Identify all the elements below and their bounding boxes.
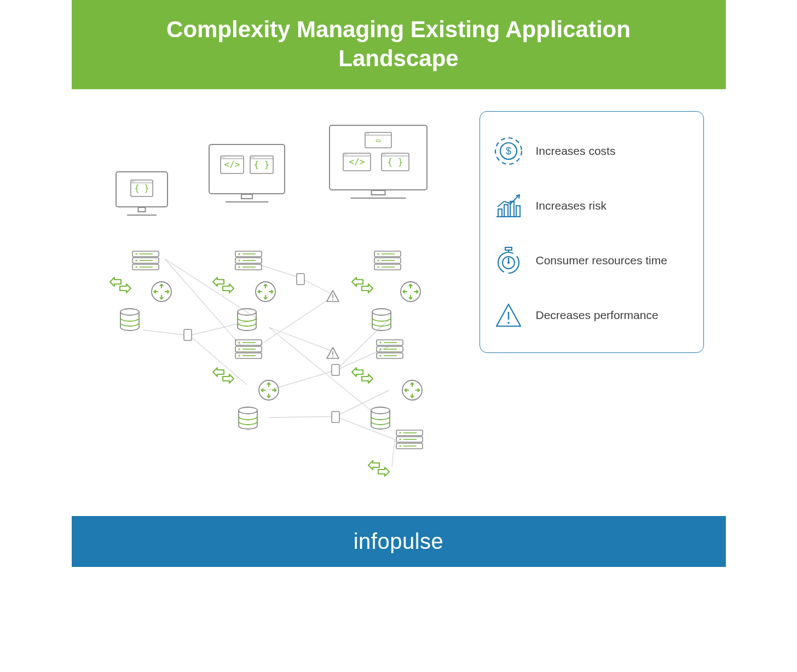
warning-triangle-icon	[326, 346, 340, 360]
svg-line-1	[165, 259, 241, 346]
hub-icon	[400, 281, 421, 303]
svg-rect-113	[332, 364, 339, 375]
svg-line-7	[258, 264, 301, 278]
svg-point-51	[383, 154, 384, 155]
svg-point-106	[379, 348, 381, 350]
svg-line-5	[269, 327, 334, 352]
hub-icon	[258, 379, 280, 401]
transfer-arrows-icon	[212, 275, 235, 295]
svg-point-117	[371, 407, 390, 414]
svg-point-126	[399, 445, 401, 447]
panel-item-risk: Increases risk	[493, 190, 690, 221]
svg-point-88	[372, 309, 391, 315]
document-icon	[183, 329, 192, 341]
svg-point-46	[344, 154, 345, 155]
server-icon	[376, 339, 403, 359]
panel-item-label: Increases costs	[536, 144, 616, 158]
svg-point-109	[379, 355, 381, 356]
svg-point-116	[239, 407, 257, 414]
transfer-arrows-icon	[351, 275, 374, 295]
monitor-icon: ▭ </> { }	[329, 125, 428, 204]
database-icon	[236, 308, 258, 331]
svg-line-14	[269, 416, 336, 418]
svg-point-42	[368, 134, 369, 135]
database-icon	[237, 407, 259, 430]
page-title: Complexity Managing Existing Application…	[72, 0, 726, 89]
hub-icon	[151, 281, 172, 303]
svg-point-52	[384, 154, 385, 155]
svg-point-75	[377, 253, 379, 254]
svg-rect-133	[504, 205, 508, 217]
panel-item-performance: Decreases performance	[493, 300, 690, 331]
hub-icon	[401, 379, 423, 401]
database-icon	[371, 308, 392, 331]
database-icon	[119, 308, 141, 331]
warning-icon	[493, 300, 524, 331]
server-icon	[396, 430, 423, 449]
svg-text:</>: </>	[349, 157, 365, 167]
svg-rect-90	[184, 329, 192, 340]
svg-text:$: $	[505, 146, 511, 157]
svg-point-69	[238, 259, 240, 261]
svg-point-41	[366, 134, 367, 135]
chart-icon	[493, 190, 524, 221]
svg-point-97	[238, 348, 240, 350]
svg-point-63	[135, 266, 137, 268]
warning-triangle-icon	[326, 289, 340, 303]
document-icon	[331, 364, 340, 376]
impact-panel: $ Increases costs Increases risk Consume…	[480, 111, 704, 353]
svg-point-143	[507, 322, 510, 324]
svg-point-112	[332, 356, 333, 357]
svg-point-66	[238, 253, 240, 254]
svg-rect-36	[241, 194, 252, 199]
document-icon	[331, 411, 340, 423]
svg-point-120	[399, 432, 401, 433]
svg-text:▭: ▭	[376, 136, 380, 144]
svg-rect-89	[297, 274, 304, 285]
svg-text:</>: </>	[224, 159, 240, 170]
svg-point-103	[379, 341, 381, 343]
svg-rect-135	[516, 206, 520, 217]
server-icon	[374, 251, 401, 270]
svg-point-28	[222, 157, 223, 158]
document-icon	[296, 273, 305, 285]
svg-point-29	[223, 157, 224, 158]
server-icon	[235, 251, 262, 270]
svg-point-33	[251, 157, 252, 158]
svg-line-16	[258, 296, 334, 346]
svg-point-94	[238, 341, 240, 343]
svg-point-57	[135, 253, 137, 254]
svg-rect-23	[138, 207, 145, 212]
svg-text:{ }: { }	[134, 183, 149, 193]
svg-point-141	[507, 262, 510, 264]
svg-point-47	[346, 154, 347, 155]
svg-point-21	[134, 181, 135, 182]
transfer-arrows-icon	[212, 366, 235, 385]
server-icon	[235, 339, 262, 359]
svg-rect-118	[332, 412, 339, 422]
svg-point-86	[120, 309, 139, 315]
svg-line-2	[143, 330, 189, 335]
svg-point-60	[135, 259, 137, 261]
monitor-icon: </> { }	[209, 144, 285, 207]
footer-brand: infopulse	[72, 516, 726, 567]
svg-rect-136	[505, 247, 512, 250]
svg-point-100	[238, 355, 240, 356]
hub-icon	[255, 281, 276, 303]
svg-point-72	[238, 266, 240, 268]
svg-point-78	[377, 259, 379, 261]
svg-text:{ }: { }	[387, 157, 403, 167]
dollar-icon: $	[493, 136, 524, 166]
svg-point-87	[238, 309, 256, 315]
server-icon	[132, 251, 159, 270]
svg-point-123	[399, 438, 401, 440]
panel-item-label: Decreases performance	[536, 309, 659, 322]
transfer-arrows-icon	[351, 366, 374, 385]
svg-point-34	[253, 157, 254, 158]
svg-line-13	[392, 439, 395, 467]
svg-point-92	[332, 299, 333, 300]
svg-rect-54	[371, 190, 385, 195]
svg-point-20	[132, 181, 133, 182]
panel-item-label: Increases risk	[536, 199, 607, 212]
stopwatch-icon	[493, 245, 524, 276]
